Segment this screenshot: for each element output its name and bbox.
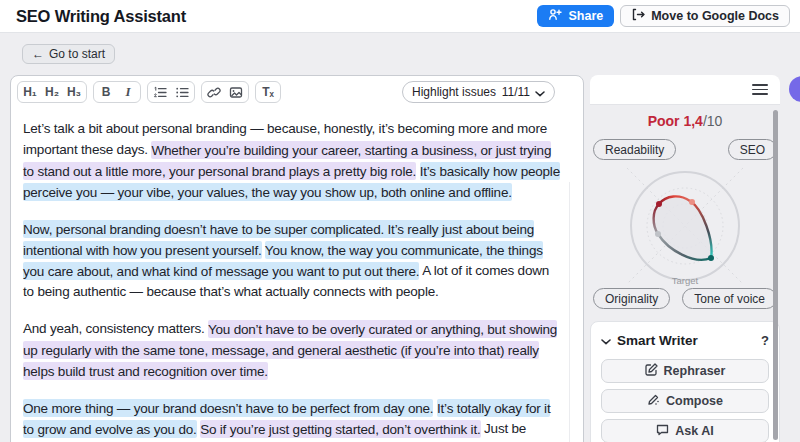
chevron-down-icon bbox=[601, 331, 611, 349]
text-style-group: B I bbox=[93, 81, 141, 103]
paragraph: One more thing — your brand doesn’t have… bbox=[23, 397, 563, 442]
compose-pen-icon bbox=[647, 393, 660, 409]
insert-buttons-group bbox=[201, 81, 249, 103]
header: SEO Writing Assistant Share bbox=[0, 0, 800, 33]
target-label: Target bbox=[672, 275, 699, 286]
page-title: SEO Writing Assistant bbox=[16, 7, 186, 26]
h3-button[interactable]: H₃ bbox=[63, 82, 85, 102]
overall-score: Poor 1,4/10 bbox=[590, 113, 780, 131]
score-gauge: Target bbox=[590, 162, 780, 288]
bold-button[interactable]: B bbox=[95, 82, 117, 102]
sidebar-scrollbar[interactable] bbox=[773, 110, 778, 440]
list-buttons-group bbox=[147, 81, 195, 103]
editor-scroll-gutter bbox=[569, 182, 570, 442]
score-value: 1,4 bbox=[683, 113, 702, 129]
paragraph: Let’s talk a bit about personal branding… bbox=[23, 118, 563, 202]
text-span: And yeah, consistency matters. bbox=[23, 321, 208, 336]
image-icon bbox=[229, 86, 243, 99]
menu-icon[interactable] bbox=[752, 83, 768, 97]
image-button[interactable] bbox=[225, 82, 247, 102]
h2-button[interactable]: H₂ bbox=[41, 82, 63, 102]
compose-label: Compose bbox=[666, 394, 723, 408]
link-icon bbox=[207, 86, 221, 99]
person-plus-icon bbox=[548, 8, 562, 24]
heading-buttons-group: H₁ H₂ H₃ bbox=[17, 81, 87, 103]
seo-writing-assistant-app: SEO Writing Assistant Share bbox=[0, 0, 800, 442]
move-to-google-docs-button[interactable]: Move to Google Docs bbox=[620, 5, 790, 27]
export-arrow-icon bbox=[631, 8, 645, 24]
go-to-start-label: Go to start bbox=[49, 47, 105, 61]
floating-action-button[interactable] bbox=[789, 76, 800, 102]
back-arrow-icon: ← bbox=[32, 47, 44, 61]
sidebar-topbar bbox=[590, 75, 780, 105]
editor-content[interactable]: Let’s talk a bit about personal branding… bbox=[11, 108, 583, 442]
smart-writer-card: Smart Writer ? Rephraser bbox=[590, 321, 780, 442]
move-to-google-docs-label: Move to Google Docs bbox=[651, 9, 779, 23]
ask-ai-label: Ask AI bbox=[675, 424, 713, 438]
bottom-pills-row: Originality Tone of voice bbox=[590, 288, 780, 309]
top-pills-row: Readability SEO bbox=[590, 139, 780, 160]
editor-toolbar: H₁ H₂ H₃ B I bbox=[11, 76, 583, 108]
smart-writer-header[interactable]: Smart Writer ? bbox=[601, 331, 769, 349]
highlight-purple-span: So if you’re just getting started, don’t… bbox=[200, 420, 480, 438]
score-out-of: /10 bbox=[703, 113, 722, 129]
header-actions: Share Move to Google Docs bbox=[537, 5, 790, 27]
go-to-start-button[interactable]: ← Go to start bbox=[22, 44, 115, 64]
help-icon[interactable]: ? bbox=[761, 333, 769, 348]
share-button-label: Share bbox=[568, 9, 603, 23]
score-sidebar: Poor 1,4/10 Readability SEO bbox=[590, 75, 780, 442]
h1-button[interactable]: H₁ bbox=[19, 82, 41, 102]
score-label: Poor bbox=[648, 113, 680, 129]
editor-panel: H₁ H₂ H₃ B I bbox=[10, 75, 584, 442]
paragraph: Now, personal branding doesn’t have to b… bbox=[23, 218, 563, 302]
seo-pill[interactable]: SEO bbox=[728, 139, 777, 160]
rephraser-button[interactable]: Rephraser bbox=[601, 359, 769, 383]
highlight-issues-dropdown[interactable]: Highlight issues 11/11 bbox=[402, 81, 555, 103]
ordered-list-button[interactable] bbox=[149, 82, 171, 102]
originality-dot bbox=[655, 231, 661, 237]
bullet-list-button[interactable] bbox=[171, 82, 193, 102]
clear-formatting-button[interactable]: Tₓ bbox=[257, 82, 279, 102]
seo-dot bbox=[689, 199, 695, 205]
rephraser-label: Rephraser bbox=[664, 364, 726, 378]
gauge-blob-fill bbox=[654, 196, 712, 259]
chevron-down-icon bbox=[535, 83, 545, 101]
readability-dot bbox=[656, 201, 662, 207]
bullet-list-icon bbox=[175, 86, 189, 99]
paragraph: And yeah, consistency matters. You don’t… bbox=[23, 318, 563, 381]
ask-ai-chat-icon bbox=[656, 423, 669, 439]
link-button[interactable] bbox=[203, 82, 225, 102]
highlight-issues-count: 11/11 bbox=[502, 85, 530, 99]
compose-button[interactable]: Compose bbox=[601, 389, 769, 413]
originality-pill[interactable]: Originality bbox=[593, 288, 670, 309]
tone-of-voice-pill[interactable]: Tone of voice bbox=[682, 288, 777, 309]
highlight-issues-label: Highlight issues bbox=[412, 85, 496, 99]
highlight-blue-span: One more thing — your brand doesn’t have… bbox=[23, 399, 433, 417]
clear-format-group: Tₓ bbox=[255, 81, 281, 103]
smart-writer-title: Smart Writer bbox=[617, 333, 698, 348]
readability-pill[interactable]: Readability bbox=[593, 139, 676, 160]
tone-of-voice-dot bbox=[708, 255, 714, 261]
ordered-list-icon bbox=[153, 86, 167, 99]
smart-writer-buttons: Rephraser Compose bbox=[601, 359, 769, 442]
share-button[interactable]: Share bbox=[537, 5, 614, 27]
rephraser-edit-icon bbox=[645, 363, 658, 379]
italic-button[interactable]: I bbox=[117, 82, 139, 102]
ask-ai-button[interactable]: Ask AI bbox=[601, 419, 769, 442]
